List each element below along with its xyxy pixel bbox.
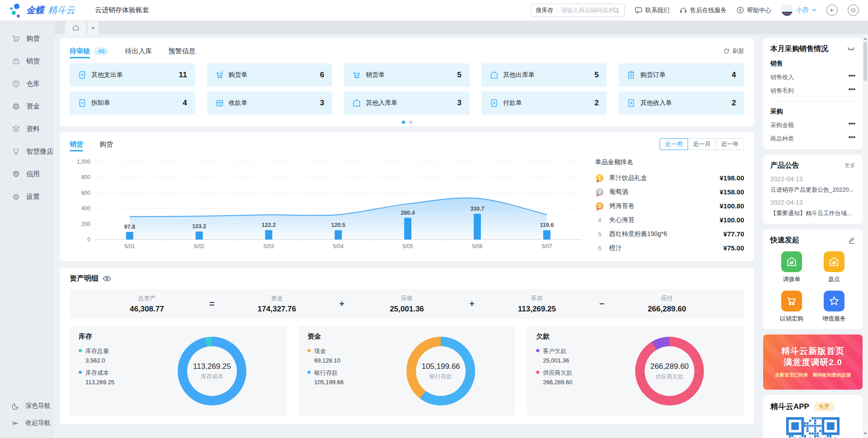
card-payment[interactable]: ¥ 付款单 2 [481, 91, 607, 115]
after-sales-service-link[interactable]: 售后在线服务 [679, 6, 726, 14]
legend-dot [79, 349, 82, 352]
announcement-link[interactable]: 云进销存产品更新公告_20220... [770, 186, 855, 194]
card-other-inbound[interactable]: ← 其他入库单 3 [344, 91, 470, 115]
card-purchase-request[interactable]: 购货订单 4 [618, 63, 744, 87]
sidebar-item-settings[interactable]: 设置 [0, 185, 54, 208]
stat-value: 266,289.60 [608, 305, 726, 314]
divider [557, 7, 557, 14]
stat-label: 库存 [478, 294, 596, 302]
card-count: 4 [732, 71, 736, 80]
search-input[interactable] [561, 7, 613, 14]
more-link[interactable]: 更多 [844, 162, 855, 170]
donut-center-value: 105,199.66 [421, 362, 460, 371]
legend-label: 客户欠款 [543, 347, 569, 355]
range-year-button[interactable]: 近一年 [716, 138, 744, 150]
survey-banner[interactable]: 精斗云新版首页 满意度调研2.0 全新首页已到来 期待收到您的反馈 [763, 334, 863, 390]
collapse-nav-button[interactable]: 收起导航 [0, 414, 54, 432]
card-count: 4 [183, 99, 187, 108]
quick-value-added-service[interactable]: 增值服务 [813, 291, 855, 323]
scrollbar-thumb[interactable] [863, 42, 867, 81]
sidebar-item-data[interactable]: 资料 [0, 118, 54, 140]
sales-trend-chart[interactable]: 02004006008001,00097.85/01103.25/02122.2… [70, 154, 589, 254]
card-sales-order[interactable]: − 销货单 5 [344, 63, 470, 87]
sidebar-item-credit[interactable]: 信用 [0, 163, 54, 185]
kv-value-masked: *** [849, 121, 855, 129]
tab-alerts[interactable]: 预警信息 [168, 42, 195, 61]
main-area: 待审核 49 待出入库 预警信息 刷新 [54, 34, 868, 438]
stat-funds: 资金 174,327.76 [218, 294, 336, 314]
sidebar-item-label: 信用 [26, 170, 40, 179]
sidebar-item-sales[interactable]: 销货 [0, 50, 54, 72]
card-other-income[interactable]: ¥ 其他收入单 2 [618, 91, 744, 115]
card-count: 3 [320, 99, 324, 108]
quick-stocktake[interactable]: 盘点 [813, 251, 855, 283]
help-center-icon [736, 6, 744, 14]
quick-transfer-order[interactable]: 调拨单 [770, 251, 813, 283]
card-other-outbound[interactable]: → 其他出库单 5 [481, 63, 607, 87]
kv-row: 销售收入 *** [770, 73, 855, 81]
inventory-donut-chart[interactable]: 113,269.25库存成本 [178, 337, 246, 405]
tab-pending-in-out[interactable]: 待出入库 [125, 42, 152, 61]
card-disassembly[interactable]: # 拆卸单 4 [70, 91, 195, 115]
contact-us-label: 联系我们 [645, 6, 670, 14]
ranking-row[interactable]: 3 烤海苔卷 ¥100.80 [595, 199, 744, 213]
back-button[interactable] [826, 5, 838, 16]
refresh-button[interactable]: 刷新 [723, 47, 744, 55]
vertical-scrollbar[interactable] [863, 34, 868, 438]
pagination-dot-2[interactable] [409, 121, 412, 124]
assets-formula: 总资产 46,308.77 = 资金 174,327.76 + 应收 25,00… [70, 289, 744, 319]
announcement-link[interactable]: 【重要通知】精斗云工作台域... [770, 209, 855, 217]
operator: + [466, 299, 478, 309]
ranking-row[interactable]: 6 橙汁 ¥75.00 [595, 241, 744, 255]
app-logo[interactable]: 金蝶 精斗云 [9, 2, 75, 19]
sidebar-item-label: 资金 [26, 102, 40, 111]
ranking-row[interactable]: 1 果汁饮品礼盒 ¥198.00 [595, 171, 744, 185]
help-center-link[interactable]: 帮助中心 [736, 6, 771, 14]
donut-center-label: 银行存款 [429, 373, 452, 381]
ranking-row[interactable]: 5 西红柿意粉酱190g*6 ¥77.70 [595, 227, 744, 241]
eye-icon[interactable] [103, 276, 111, 282]
ranking-row[interactable]: 2 葡萄酒 ¥158.00 [595, 185, 744, 199]
stat-label: 总资产 [88, 294, 206, 302]
logout-button[interactable] [848, 5, 859, 16]
dark-nav-toggle[interactable]: 深色导航 [0, 397, 54, 414]
inventory-search-box[interactable]: 搜库存 [531, 4, 625, 17]
user-menu[interactable]: 小乔 [781, 5, 816, 16]
sidebar-item-purchase[interactable]: 购货 [0, 27, 54, 50]
svg-text:600: 600 [81, 190, 90, 196]
sidebar-item-smart-shop[interactable]: 智慧微店 [0, 140, 54, 163]
time-range-group: 近一周 近一月 近一年 [660, 138, 744, 150]
quick-purchase-by-sales[interactable]: 以销定购 [770, 291, 813, 323]
ranking-row[interactable]: 4 夹心海苔 ¥100.00 [595, 213, 744, 227]
edit-pencil-icon[interactable] [848, 236, 855, 244]
ranking-panel: 单品金额排名 1 果汁饮品礼盒 ¥198.00 2 葡萄酒 [595, 154, 744, 255]
range-month-button[interactable]: 近一月 [688, 138, 716, 150]
tab-list-dropdown[interactable] [88, 21, 99, 34]
card-receipt[interactable]: ¥ 收款单 3 [207, 91, 333, 115]
pending-cards-grid: ¥ 其他支出单 11 + 购货单 6 − 销货单 5 [70, 63, 744, 115]
pagination-dot-1[interactable] [402, 121, 405, 124]
card-purchase-order[interactable]: + 购货单 6 [207, 63, 333, 87]
svg-text:5/01: 5/01 [124, 243, 135, 250]
card-other-expense[interactable]: ¥ 其他支出单 11 [70, 63, 195, 87]
card-count: 6 [320, 71, 324, 80]
tab-home[interactable] [65, 21, 86, 34]
refresh-icon [723, 48, 730, 54]
scroll-up-arrow[interactable] [863, 36, 867, 40]
search-scope-label[interactable]: 搜库存 [536, 6, 553, 14]
funds-donut-chart[interactable]: 105,199.66银行存款 [406, 337, 475, 405]
house-out-icon: → [490, 71, 499, 80]
sidebar-item-funds[interactable]: ¥ 资金 [0, 95, 54, 118]
debt-donut-chart[interactable]: 266,289.60供应商欠款 [635, 337, 704, 405]
contact-us-link[interactable]: 联系我们 [635, 6, 670, 14]
search-icon[interactable] [613, 7, 620, 14]
sidebar-item-warehouse[interactable]: 仓库 [0, 72, 54, 95]
ranking-item-amount: ¥77.70 [723, 230, 744, 238]
range-week-button[interactable]: 近一周 [660, 138, 688, 150]
legend-label: 银行存款 [314, 369, 344, 377]
tab-pending-approval[interactable]: 待审核 49 [70, 42, 108, 61]
tab-sales-trend[interactable]: 销货 [70, 135, 83, 154]
scroll-down-arrow[interactable] [863, 433, 867, 437]
eye-closed-icon[interactable] [847, 46, 855, 52]
tab-purchase-trend[interactable]: 购货 [99, 135, 113, 154]
